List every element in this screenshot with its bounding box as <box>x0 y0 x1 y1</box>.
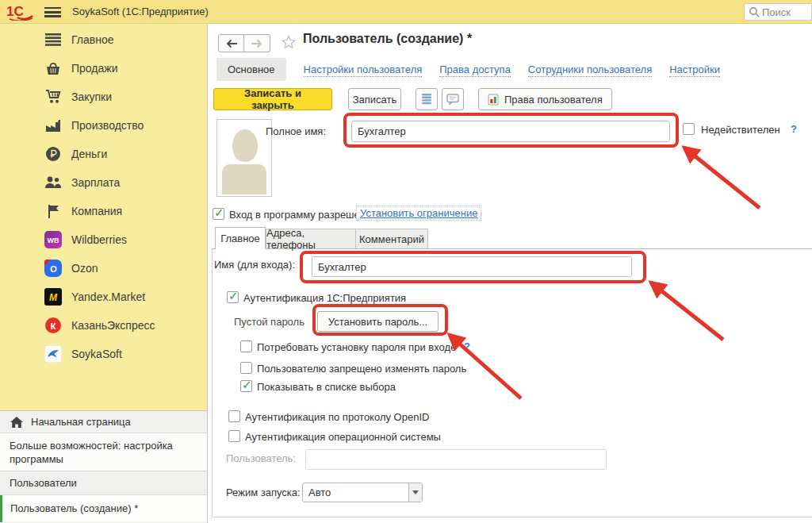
set-password-button[interactable]: Установить пароль... <box>317 311 439 332</box>
main-menu-icon[interactable] <box>44 7 61 17</box>
menu-lines-icon <box>44 31 62 48</box>
os-user-label: Пользователь: <box>224 452 296 464</box>
favorite-star-icon[interactable] <box>282 35 296 52</box>
avatar-body-shape <box>222 164 266 194</box>
sidebar: Главное Продажи Закупки <box>0 24 208 410</box>
tab-nastroyki[interactable]: Настройки <box>669 63 720 75</box>
sidebar-item-soykasoft[interactable]: SoykaSoft <box>0 340 207 368</box>
yandex-market-icon: M <box>44 288 62 306</box>
inner-tab-adresa[interactable]: Адреса, телефоны <box>266 229 356 248</box>
user-rights-button[interactable]: Права пользователя <box>478 88 612 110</box>
search-input[interactable] <box>762 6 808 18</box>
sidebar-item-kazanexpress[interactable]: К КазаньЭкспресс <box>0 311 207 340</box>
topbar: 1С SoykaSoft (1С:Предприятие) <box>0 0 812 24</box>
tab-prava-dostupa[interactable]: Права доступа <box>439 63 511 75</box>
message-button[interactable] <box>442 88 464 110</box>
os-user-input[interactable] <box>305 449 607 470</box>
ozon-icon: O <box>44 260 62 277</box>
login-allowed-checkbox[interactable] <box>213 208 224 220</box>
journal-button[interactable] <box>416 88 438 110</box>
require-password-checkbox[interactable] <box>240 340 252 352</box>
search-icon <box>749 6 760 17</box>
invalid-checkbox[interactable] <box>683 123 695 135</box>
set-restriction-link[interactable]: Установить ограничение <box>356 206 481 221</box>
factory-icon <box>44 117 62 134</box>
invalid-help-icon[interactable]: ? <box>791 123 797 135</box>
1c-logo-icon: 1С <box>6 3 35 23</box>
svg-text:O: O <box>50 264 57 274</box>
os-auth-checkbox[interactable] <box>228 430 240 442</box>
user-rights-icon <box>488 94 499 106</box>
nav-tabs: Основное Настройки пользователя Права до… <box>216 58 720 81</box>
tab-nastroyki-polzovatelya[interactable]: Настройки пользователя <box>304 63 423 75</box>
login-allowed-label: Вход в программу разрешен <box>229 209 366 221</box>
svg-text:WB: WB <box>48 237 59 244</box>
journal-icon <box>421 93 432 106</box>
users-list-item[interactable]: Пользователи <box>0 471 207 495</box>
history-nav <box>218 34 270 52</box>
home-page-item[interactable]: Начальная страница <box>0 411 207 433</box>
os-auth-label: Аутентификация операционной системы <box>245 431 441 443</box>
message-bubble-icon <box>446 94 459 105</box>
user-form-window: Пользователь (создание) * Основное Настр… <box>209 24 812 523</box>
full-name-label: Полное имя: <box>255 125 326 137</box>
ruble-icon <box>44 145 62 163</box>
global-search[interactable] <box>744 3 812 21</box>
app-window: 1С SoykaSoft (1С:Предприятие) Главное <box>0 0 812 523</box>
save-and-close-button[interactable]: Записать и закрыть <box>213 88 332 110</box>
forbid-password-change-label: Пользователю запрещено изменять пароль <box>257 363 466 375</box>
full-name-input[interactable] <box>351 121 670 142</box>
sidebar-item-yandex-market[interactable]: M Yandex.Market <box>0 283 207 311</box>
arrow-left-icon <box>225 39 238 48</box>
tab-sotrudniki[interactable]: Сотрудники пользователя <box>528 63 652 75</box>
soykasoft-icon <box>44 345 62 363</box>
sidebar-item-ozon[interactable]: O Ozon <box>0 254 207 283</box>
tab-osnovnoe[interactable]: Основное <box>216 58 286 81</box>
launch-mode-select[interactable]: Авто <box>302 483 423 502</box>
sidebar-item-wildberries[interactable]: WB Wildberries <box>0 225 207 254</box>
empty-password-label: Пустой пароль <box>234 316 304 328</box>
require-password-help-icon[interactable]: ? <box>464 340 470 352</box>
sidebar-item-zarplata[interactable]: Зарплата <box>0 168 207 197</box>
svg-text:К: К <box>51 321 56 331</box>
openid-checkbox[interactable] <box>228 410 240 422</box>
auth-1c-checkbox[interactable] <box>227 291 239 303</box>
inner-tab-glavnoe[interactable]: Главное <box>215 227 266 249</box>
svg-text:M: M <box>49 292 58 303</box>
chevron-down-icon <box>412 490 419 494</box>
forbid-password-change-checkbox[interactable] <box>240 362 252 374</box>
dropdown-button[interactable] <box>408 483 422 502</box>
require-password-label: Потребовать установку пароля при входе <box>257 341 456 353</box>
cart-icon <box>44 88 62 106</box>
sidebar-item-zakupki[interactable]: Закупки <box>0 83 207 111</box>
show-in-list-checkbox[interactable] <box>240 380 252 392</box>
home-icon <box>10 417 23 428</box>
back-button[interactable] <box>218 34 244 52</box>
sidebar-item-prodazhi[interactable]: Продажи <box>0 54 207 83</box>
openid-label: Аутентификация по протоколу OpenID <box>245 411 429 423</box>
current-window-item[interactable]: Пользователь (создание) * <box>0 495 207 522</box>
show-in-list-label: Показывать в списке выбора <box>257 381 396 393</box>
auth-1c-label: Аутентификация 1С:Предприятия <box>243 292 406 304</box>
sidebar-item-dengi[interactable]: Деньги <box>0 140 207 168</box>
basket-icon <box>44 60 62 77</box>
app-title: SoykaSoft (1С:Предприятие) <box>72 0 209 24</box>
svg-text:1С: 1С <box>6 4 24 19</box>
save-button[interactable]: Записать <box>348 88 401 110</box>
sidebar-item-glavnoe[interactable]: Главное <box>0 25 207 54</box>
invalid-label: Недействителен <box>701 124 780 136</box>
arrow-right-icon <box>251 39 263 48</box>
login-name-input[interactable] <box>312 256 632 277</box>
more-features-item[interactable]: Больше возможностей: настройка программы <box>0 433 207 471</box>
inner-tab-kommentariy[interactable]: Комментарий <box>356 229 428 248</box>
sidebar-item-kompaniya[interactable]: Компания <box>0 197 207 225</box>
people-icon <box>44 174 62 191</box>
page-title: Пользователь (создание) * <box>303 32 472 46</box>
launch-mode-label: Режим запуска: <box>226 486 301 498</box>
wildberries-icon: WB <box>44 231 62 248</box>
flag-icon <box>44 202 62 220</box>
sidebar-item-proizvodstvo[interactable]: Производство <box>0 111 207 140</box>
login-name-label: Имя (для входа): <box>214 259 295 271</box>
forward-button[interactable] <box>244 34 270 52</box>
sidebar-footer: Начальная страница Больше возможностей: … <box>0 410 208 523</box>
